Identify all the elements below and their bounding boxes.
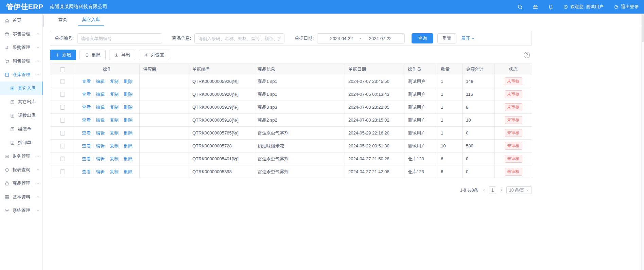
delete-button[interactable]: 删除 (80, 50, 106, 60)
sidebar-item-assembly-order[interactable]: 组装单 (0, 122, 42, 136)
view-link[interactable]: 查看 (82, 92, 91, 97)
copy-link[interactable]: 复制 (110, 92, 119, 97)
edit-link[interactable]: 编辑 (96, 92, 105, 97)
row-checkbox[interactable] (60, 118, 65, 123)
sidebar-item-label: 报表查询 (13, 167, 30, 173)
welcome-user[interactable]: 欢迎您, 测试用户 (563, 4, 604, 10)
sidebar-item-warehouse-mgmt[interactable]: 仓库管理 (0, 68, 42, 82)
status-badge: 未审核 (505, 77, 522, 85)
column-header-amount: 金额合计 (463, 64, 495, 75)
edit-link[interactable]: 编辑 (96, 79, 105, 84)
sidebar-item-other-outbound[interactable]: 其它出库 (0, 95, 42, 109)
row-checkbox[interactable] (60, 105, 65, 110)
edit-link[interactable]: 编辑 (96, 105, 105, 110)
edit-link[interactable]: 编辑 (96, 130, 105, 136)
copy-link[interactable]: 复制 (110, 156, 119, 161)
sidebar-item-other-inbound[interactable]: 其它入库 (0, 82, 42, 95)
delete-link[interactable]: 删除 (124, 92, 133, 97)
search-icon[interactable] (517, 4, 523, 10)
content-scrollbar-thumb[interactable] (43, 15, 44, 27)
page-scrollbar-thumb[interactable] (642, 14, 644, 42)
notification-bell-icon[interactable] (548, 4, 554, 10)
sidebar-item-label: 采购管理 (13, 44, 30, 51)
expand-filters-link[interactable]: 展开 (461, 35, 475, 41)
row-checkbox[interactable] (60, 131, 65, 136)
tab-other-inbound[interactable]: 其它入库 (75, 14, 107, 26)
date-range-input[interactable]: 2024-04-22 ~ 2024-07-22 (317, 33, 405, 43)
copy-link[interactable]: 复制 (110, 130, 119, 136)
column-settings-button[interactable]: 列设置 (139, 50, 169, 60)
cell-supplier (140, 88, 189, 101)
sidebar-item-finance-mgmt[interactable]: 财务管理 (0, 149, 42, 163)
cell-status: 未审核 (495, 127, 532, 140)
sidebar-item-retail-mgmt[interactable]: 零售管理 (0, 27, 42, 41)
tab-home[interactable]: 首页 (51, 14, 75, 26)
copy-link[interactable]: 复制 (110, 105, 119, 110)
gear-icon (144, 53, 149, 57)
delete-link[interactable]: 删除 (124, 169, 133, 174)
row-checkbox[interactable] (60, 157, 65, 161)
reset-button[interactable]: 重置 (437, 33, 456, 43)
copy-link[interactable]: 复制 (110, 169, 119, 174)
select-all-checkbox[interactable] (60, 67, 65, 72)
delete-link[interactable]: 删除 (124, 79, 133, 84)
product-info-input[interactable] (194, 33, 284, 43)
delete-link[interactable]: 删除 (124, 105, 133, 110)
sidebar-item-goods-mgmt[interactable]: 商品管理 (0, 177, 42, 190)
row-checkbox[interactable] (60, 169, 65, 174)
copy-link[interactable]: 复制 (110, 79, 119, 84)
view-link[interactable]: 查看 (82, 130, 91, 136)
sidebar-item-system-mgmt[interactable]: 系统管理 (0, 204, 42, 217)
view-link[interactable]: 查看 (82, 79, 91, 84)
organization-icon[interactable] (533, 4, 538, 10)
delete-link[interactable]: 删除 (124, 143, 133, 148)
date-from-value[interactable]: 2024-04-22 (330, 36, 353, 41)
sidebar-item-home[interactable]: 首页 (0, 14, 42, 27)
table-row: 查看编辑复制删除QTRK00000005398雷达杀虫气雾剂2024-04-27… (50, 165, 532, 178)
page-number-button[interactable]: 1 (489, 186, 496, 194)
prev-page-icon[interactable] (482, 188, 486, 192)
sidebar-item-basic-data[interactable]: 基本资料 (0, 190, 42, 204)
view-link[interactable]: 查看 (82, 118, 91, 123)
export-button[interactable]: 导出 (109, 50, 135, 60)
edit-link[interactable]: 编辑 (96, 156, 105, 161)
cell-date: 2024-05-22 00:51:30 (345, 140, 404, 152)
logout-button[interactable]: 退出登录 (614, 4, 639, 10)
page-scrollbar[interactable] (641, 14, 644, 270)
sidebar-item-label: 其它出库 (18, 99, 36, 105)
delete-link[interactable]: 删除 (124, 118, 133, 123)
row-checkbox[interactable] (60, 92, 65, 97)
sidebar-item-report-query[interactable]: 报表查询 (0, 163, 42, 177)
cell-date: 2024-07-03 23:15:02 (345, 114, 404, 127)
help-icon[interactable]: ? (524, 52, 530, 58)
add-button[interactable]: 新增 (50, 50, 76, 60)
date-to-value[interactable]: 2024-07-22 (369, 36, 392, 41)
row-checkbox[interactable] (60, 144, 65, 148)
view-link[interactable]: 查看 (82, 169, 91, 174)
delete-link[interactable]: 删除 (124, 156, 133, 161)
page-size-select[interactable]: 10 条/页 (506, 186, 532, 194)
edit-link[interactable]: 编辑 (96, 169, 105, 174)
view-link[interactable]: 查看 (82, 143, 91, 148)
sidebar-item-sales-mgmt[interactable]: 销售管理 (0, 54, 42, 68)
delete-link[interactable]: 删除 (124, 130, 133, 136)
search-button[interactable]: 查询 (412, 33, 433, 43)
export-icon (114, 53, 119, 57)
sidebar-item-transfer-outbound[interactable]: 调拨出库 (0, 109, 42, 122)
edit-link[interactable]: 编辑 (96, 143, 105, 148)
basic-icon (4, 195, 10, 200)
cell-date: 2024-07-05 00:13:43 (345, 88, 404, 101)
order-no-input[interactable] (77, 33, 162, 43)
sidebar-item-disassembly-order[interactable]: 拆卸单 (0, 136, 42, 149)
row-checkbox[interactable] (60, 79, 65, 84)
cell-operator: 测试用户 (404, 140, 437, 152)
column-settings-label: 列设置 (151, 52, 164, 58)
view-link[interactable]: 查看 (82, 156, 91, 161)
copy-link[interactable]: 复制 (110, 143, 119, 148)
sidebar-item-purchase-mgmt[interactable]: 采购管理 (0, 41, 42, 54)
edit-link[interactable]: 编辑 (96, 118, 105, 123)
next-page-icon[interactable] (499, 188, 503, 192)
copy-link[interactable]: 复制 (110, 118, 119, 123)
view-link[interactable]: 查看 (82, 105, 91, 110)
column-header-status: 状态 (495, 64, 532, 75)
